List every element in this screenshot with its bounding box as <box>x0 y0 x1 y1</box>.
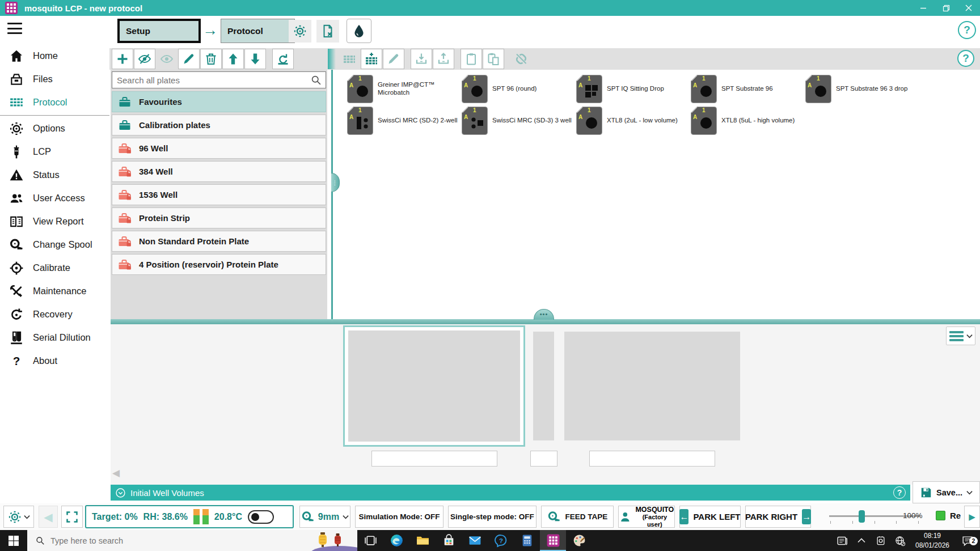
lcp-mode-button[interactable] <box>347 19 371 43</box>
deck-layout-menu-button[interactable] <box>946 327 975 345</box>
plate-type-tile[interactable]: A 1 Greiner IMP@CT™ Microbatch <box>347 74 462 104</box>
status-back-button[interactable]: ◀ <box>39 506 58 528</box>
import-plate-button[interactable] <box>411 49 432 69</box>
edit-plate-type-button[interactable] <box>383 49 404 69</box>
mosquito-app[interactable] <box>540 530 566 551</box>
protocol-step-button[interactable]: Protocol <box>221 19 295 43</box>
close-button[interactable] <box>957 0 980 16</box>
taskbar-search[interactable] <box>27 530 357 551</box>
restore-defaults-button[interactable] <box>272 49 294 69</box>
horizontal-splitter-handle[interactable]: ••• <box>534 309 554 320</box>
start-button[interactable] <box>0 530 27 551</box>
change-spool[interactable]: Change Spool <box>0 233 109 256</box>
edit-plate-list-button[interactable] <box>178 49 200 69</box>
mail-app[interactable] <box>462 530 488 551</box>
about[interactable]: ? About <box>0 349 109 372</box>
protocol[interactable]: Protocol <box>0 91 109 114</box>
file-explorer-app[interactable] <box>409 530 436 551</box>
plate-type-tile[interactable]: A 1 XTL8 (5uL - high volume) <box>691 105 805 136</box>
task-view-button[interactable] <box>357 530 383 551</box>
hide-plate-button[interactable] <box>134 49 155 69</box>
current-user-button[interactable]: MOSQUITO (Factory user) <box>618 506 675 528</box>
save-button[interactable]: Save... <box>913 481 980 503</box>
unlink-plate-button[interactable] <box>510 49 532 69</box>
plate-type-tile[interactable]: A 1 SwissCi MRC (SD-3) 3 well <box>462 105 576 136</box>
plate-type-tile[interactable]: A 1 SPT 96 (round) <box>462 74 576 104</box>
copy-plate-button[interactable] <box>483 49 504 69</box>
help-button-volumes[interactable]: ? <box>893 486 906 499</box>
add-plate-list-button[interactable] <box>112 49 133 69</box>
plate-type-tile[interactable]: A 1 SwissCi MRC (SD-2) 2-well <box>347 105 462 136</box>
home[interactable]: Home <box>0 44 109 67</box>
plate-type-tile[interactable]: A 1 SPT IQ Sitting Drop <box>576 74 691 104</box>
deck-label-input-middle[interactable] <box>530 451 557 467</box>
plate-category-row[interactable]: 1536 Well <box>112 184 326 205</box>
show-plate-button[interactable] <box>156 49 178 69</box>
deck-position-left[interactable] <box>343 325 525 447</box>
plate-category-row[interactable]: 4 Position (reservoir) Protein Plate <box>112 254 326 275</box>
show-hidden-icons-button[interactable] <box>852 538 871 543</box>
notification-center-button[interactable]: 2 <box>955 535 980 547</box>
plate-category-row[interactable]: Calibration plates <box>112 115 326 135</box>
taskbar-search-input[interactable] <box>50 536 221 545</box>
plate-category-row[interactable]: 384 Well <box>112 161 326 182</box>
taskbar-clock[interactable]: 08:19 08/01/2026 <box>910 531 955 549</box>
restore-button[interactable] <box>935 0 957 16</box>
status-next-button[interactable]: ▶ <box>964 506 980 528</box>
single-step-mode-button[interactable]: Single-step mode: OFF <box>448 506 537 528</box>
add-plate-type-button[interactable] <box>361 49 382 69</box>
park-left-button[interactable]: ← PARK LEFT <box>679 506 741 528</box>
move-down-button[interactable] <box>244 49 266 69</box>
plate-type-tile[interactable]: A 1 SPT Substrate 96 <box>691 74 805 104</box>
fullscreen-button[interactable] <box>61 506 83 528</box>
calculator-app[interactable] <box>514 530 540 551</box>
view-report[interactable]: View Report <box>0 210 109 233</box>
export-plate-button[interactable] <box>433 49 454 69</box>
protocol-settings-button[interactable] <box>289 20 311 43</box>
deck-position-right[interactable] <box>564 332 740 440</box>
deck-label-input-right[interactable] <box>589 451 715 467</box>
plate-category-row[interactable]: 96 Well <box>112 138 326 159</box>
network-status-icon[interactable] <box>890 535 910 546</box>
humidity-chamber-panel[interactable]: Target: 0% RH: 38.6% 20.8°C <box>85 505 294 528</box>
store-app[interactable] <box>436 530 462 551</box>
plate-type-tile[interactable]: A 1 XTL8 (2uL - low volume) <box>576 105 691 136</box>
deck-label-input-left[interactable] <box>371 451 497 467</box>
device-tray-icon[interactable] <box>871 535 890 546</box>
humidity-toggle[interactable] <box>248 510 274 524</box>
initial-well-volumes-header[interactable]: Initial Well Volumes ? <box>111 485 910 501</box>
news-widget-button[interactable] <box>833 535 852 547</box>
lcp[interactable]: LCP <box>0 140 109 163</box>
feed-tape-button[interactable]: FEED TAPE <box>541 506 614 528</box>
files[interactable]: Files <box>0 67 109 91</box>
deck-scroll-left-icon[interactable]: ◀ <box>112 467 120 479</box>
status-settings-button[interactable] <box>3 506 34 528</box>
simulation-mode-button[interactable]: Simulation Mode: OFF <box>355 506 443 528</box>
plate-category-row[interactable]: Non Standard Protein Plate <box>112 231 326 252</box>
user-access[interactable]: User Access <box>0 187 109 210</box>
plate-view-button[interactable] <box>339 49 360 69</box>
serial-dilution[interactable]: Serial Dilution <box>0 326 109 349</box>
tape-width-dropdown[interactable]: 9mm <box>299 506 350 528</box>
menu-button[interactable] <box>7 23 22 34</box>
park-right-button[interactable]: PARK RIGHT → <box>745 506 811 528</box>
edge-app[interactable] <box>383 530 409 551</box>
deck-position-middle[interactable] <box>533 332 554 440</box>
paste-plate-button[interactable] <box>461 49 482 69</box>
minimize-button[interactable] <box>912 0 935 16</box>
recovery[interactable]: Recovery <box>0 303 109 326</box>
clear-protocol-button[interactable] <box>316 20 339 43</box>
setup-step-button[interactable]: Setup <box>117 19 201 43</box>
delete-plate-list-button[interactable] <box>200 49 222 69</box>
plate-category-row[interactable]: Favourites <box>112 91 326 112</box>
plate-type-tile[interactable]: A 1 SPT Substrate 96 3 drop <box>805 74 920 104</box>
maintenance[interactable]: Maintenance <box>0 279 109 303</box>
move-up-button[interactable] <box>222 49 244 69</box>
calibrate[interactable]: Calibrate <box>0 256 109 279</box>
plate-category-row[interactable]: Protein Strip <box>112 207 326 228</box>
help-button-top[interactable]: ? <box>958 21 976 39</box>
help-button-plates[interactable]: ? <box>957 50 974 67</box>
vertical-splitter-handle[interactable]: ⋮ <box>331 173 340 192</box>
vertical-splitter[interactable] <box>331 70 333 319</box>
plate-search-input[interactable] <box>112 75 310 85</box>
